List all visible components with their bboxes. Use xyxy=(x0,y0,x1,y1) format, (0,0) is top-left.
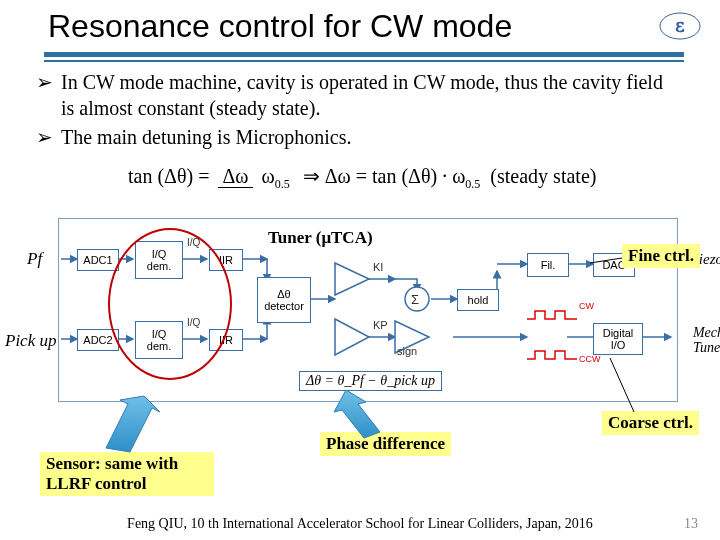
org-logo-icon: ɛ xyxy=(658,10,702,42)
blk-dio: Digital I/O xyxy=(593,323,643,355)
lbl-ccw: CCW xyxy=(579,354,601,364)
title-underline-1 xyxy=(44,52,684,57)
svg-text:ɛ: ɛ xyxy=(675,16,684,36)
blk-adc1: ADC1 xyxy=(77,249,119,271)
eq-lhs: tan (Δθ) = xyxy=(128,165,209,187)
title-underline-2 xyxy=(44,60,684,62)
list-item: ➢ The main detuning is Microphonics. xyxy=(36,125,676,151)
coarse-ctrl-label: Coarse ctrl. xyxy=(602,411,699,435)
bullet-marker-icon: ➢ xyxy=(36,70,53,121)
bullet-text: The main detuning is Microphonics. xyxy=(61,125,676,151)
sensor-label: Sensor: same with LLRF control xyxy=(40,452,214,496)
port-mech: Mechanical Tuner xyxy=(693,325,720,356)
highlight-ellipse xyxy=(108,228,232,380)
eq-num: Δω xyxy=(218,165,252,188)
eq-frac: Δω ω0.5 xyxy=(218,165,293,192)
bullet-marker-icon: ➢ xyxy=(36,125,53,151)
lbl-kp: KP xyxy=(373,319,388,331)
lbl-sigma: Σ xyxy=(411,292,419,307)
fine-ctrl-label: Fine ctrl. xyxy=(622,244,700,268)
bullet-list: ➢ In CW mode machine, cavity is operated… xyxy=(36,70,676,155)
eq-rhs: Δω = tan (Δθ) · ω xyxy=(325,165,466,187)
eq-dtheta: Δθ = θ_Pf − θ_pick up xyxy=(299,371,442,391)
bullet-text: In CW mode machine, cavity is operated i… xyxy=(61,70,676,121)
lbl-ki: KI xyxy=(373,261,383,273)
page-number: 13 xyxy=(684,516,698,532)
eq-tail-text: (steady state) xyxy=(490,165,596,187)
eq-rhs-sub: 0.5 xyxy=(465,177,480,191)
eq-den: ω0.5 xyxy=(258,165,294,187)
eq-implies: ⇒ xyxy=(303,165,320,187)
footer-text: Feng QIU, 10 th International Accelerato… xyxy=(0,516,720,532)
port-pf: Pf xyxy=(27,249,42,269)
tuner-label: Tuner (μTCA) xyxy=(262,226,379,250)
port-pickup: Pick up xyxy=(5,331,56,351)
equation: tan (Δθ) = Δω ω0.5 ⇒ Δω = tan (Δθ) · ω0.… xyxy=(128,164,596,192)
lbl-cw: CW xyxy=(579,301,594,311)
page-title: Resonance control for CW mode xyxy=(48,8,512,45)
lbl-sign: sign xyxy=(397,345,417,357)
blk-hold: hold xyxy=(457,289,499,311)
phase-diff-label: Phase difference xyxy=(320,432,451,456)
list-item: ➢ In CW mode machine, cavity is operated… xyxy=(36,70,676,121)
blk-fil: Fil. xyxy=(527,253,569,277)
blk-dth-detector: Δθ detector xyxy=(257,277,311,323)
